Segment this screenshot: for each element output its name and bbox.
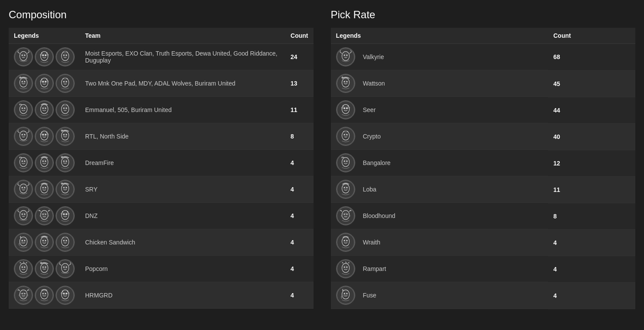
count-cell: 8 [548, 203, 635, 229]
team-name-cell: DreamFire [80, 150, 285, 176]
loba-icon [35, 100, 54, 119]
svg-point-31 [42, 81, 44, 82]
count-cell: 44 [548, 97, 635, 123]
legend-icons-group [14, 74, 75, 93]
svg-point-55 [63, 108, 65, 109]
svg-point-229 [346, 187, 347, 188]
fuse-icon [14, 233, 33, 252]
crypto-icon [56, 47, 75, 66]
legend-name: Bloodhound [360, 212, 396, 219]
svg-point-244 [343, 267, 345, 268]
team-name-cell: DNZ [80, 203, 285, 229]
team-name-cell: Moist Esports, EXO Clan, Truth Esports, … [80, 44, 285, 70]
legend-icons-cell [9, 97, 80, 123]
wattson-icon [56, 127, 75, 146]
svg-point-222 [343, 158, 348, 164]
svg-point-171 [63, 267, 65, 268]
pickrate-title: Pick Rate [331, 9, 636, 21]
svg-point-172 [66, 267, 67, 268]
loba-icon [35, 153, 54, 172]
seer-icon [35, 47, 54, 66]
svg-rect-22 [64, 51, 66, 53]
svg-point-205 [346, 81, 347, 82]
table-row: DreamFire4 [9, 150, 314, 176]
legend-name: Crypto [360, 133, 381, 140]
wattson-icon [35, 259, 54, 278]
table-row: Emmanuel, 505, Buriram United11 [9, 97, 314, 123]
table-row: Two Mnk One Pad, MDY, ADAL Wolves, Burir… [9, 70, 314, 97]
wraith-icon [35, 286, 54, 305]
svg-point-122 [24, 214, 25, 215]
svg-point-71 [45, 134, 46, 135]
count-cell: 4 [548, 256, 635, 282]
valkyrie-icon [336, 47, 355, 66]
legend-cell: Crypto [331, 123, 548, 150]
svg-point-78 [63, 134, 65, 135]
page-container: Composition Legends Team Count [9, 9, 635, 309]
svg-point-27 [24, 81, 25, 82]
table-row: Chicken Sandwich4 [9, 229, 314, 256]
svg-point-147 [45, 240, 46, 241]
svg-point-8 [24, 55, 25, 56]
legend-name: Seer [360, 106, 376, 113]
svg-point-200 [346, 55, 347, 56]
legend-icons-group [14, 286, 75, 305]
svg-point-20 [63, 55, 65, 56]
valkyrie-icon [14, 127, 33, 146]
svg-point-141 [24, 240, 25, 241]
svg-point-227 [343, 185, 348, 191]
bloodhound-icon [35, 206, 54, 225]
legend-name: Loba [360, 186, 376, 193]
legend-cell: Seer [331, 97, 548, 123]
table-row: Wraith4 [331, 229, 636, 256]
composition-table: Legends Team Count [9, 28, 314, 309]
legend-icons-cell [9, 176, 80, 203]
svg-point-26 [22, 81, 23, 82]
legend-icons-cell [9, 70, 80, 97]
bloodhound-icon [336, 206, 355, 225]
svg-point-83 [22, 161, 23, 162]
svg-point-140 [22, 240, 23, 241]
svg-point-70 [42, 134, 44, 135]
svg-point-39 [63, 81, 65, 82]
bangalore-icon [14, 153, 33, 172]
svg-point-146 [43, 240, 44, 241]
legend-icons-cell [9, 44, 80, 70]
svg-point-107 [43, 187, 44, 188]
svg-point-142 [21, 242, 23, 244]
svg-point-89 [45, 161, 46, 162]
svg-point-12 [42, 54, 44, 56]
svg-point-250 [346, 293, 347, 294]
svg-point-204 [343, 81, 345, 82]
legend-name: Wattson [360, 80, 385, 87]
legend-cell: Loba [331, 176, 548, 203]
svg-point-158 [24, 267, 25, 268]
table-row: Wattson45 [331, 70, 636, 97]
legend-name: Wraith [360, 239, 380, 246]
svg-point-162 [43, 267, 44, 268]
svg-rect-57 [64, 104, 66, 106]
svg-point-79 [66, 134, 67, 135]
seer-icon [35, 127, 54, 146]
comp-col-count: Count [285, 28, 313, 44]
table-row: RTL, North Side8 [9, 123, 314, 150]
svg-point-106 [42, 185, 46, 191]
count-cell: 11 [285, 97, 313, 123]
count-cell: 4 [285, 282, 313, 309]
comp-col-legends: Legends [9, 28, 80, 44]
table-row: Bloodhound8 [331, 203, 636, 229]
wattson-icon [56, 180, 75, 199]
legend-name: Bangalore [360, 159, 391, 166]
svg-point-151 [63, 240, 65, 241]
count-cell: 13 [285, 70, 313, 97]
svg-point-56 [66, 108, 67, 109]
legend-cell: Bangalore [331, 150, 548, 176]
legend-icons-group [14, 259, 75, 278]
svg-point-50 [43, 108, 44, 109]
table-row: Valkyrie68 [331, 44, 636, 71]
svg-point-163 [45, 267, 46, 268]
svg-point-209 [343, 107, 345, 109]
svg-point-187 [63, 293, 65, 294]
team-name-cell: Two Mnk One Pad, MDY, ADAL Wolves, Burir… [80, 70, 285, 97]
table-row: Loba11 [331, 176, 636, 203]
